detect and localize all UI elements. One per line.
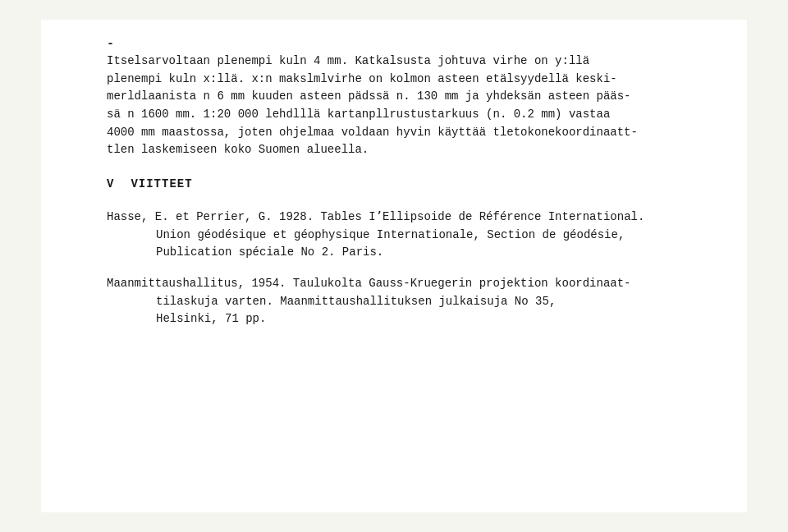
section-header: V VIITTEET xyxy=(107,176,681,194)
paragraph-line-5: 4000 mm maastossa, joten ohjelmaa voldaa… xyxy=(107,124,681,142)
paragraph-line-2: plenempi kuln x:llä. x:n makslmlvirhe on… xyxy=(107,71,681,89)
paragraph-line-1: Itselsarvoltaan plenempi kuln 4 mm. Katk… xyxy=(107,53,681,71)
reference-1: Hasse, E. et Perrier, G. 1928. Tables Iʼ… xyxy=(107,209,681,262)
ref2-line2: tilaskuja varten. Maanmittaushallituksen… xyxy=(156,293,681,311)
main-paragraph: Itselsarvoltaan plenempi kuln 4 mm. Katk… xyxy=(107,53,681,159)
ref2-line3: Helsinki, 71 pp. xyxy=(156,310,681,328)
ref1-line1: Hasse, E. et Perrier, G. 1928. Tables Iʼ… xyxy=(107,209,681,227)
paragraph-line-4: sä n 1600 mm. 1:20 000 lehdlllä kartanpl… xyxy=(107,106,681,124)
section-title: VIITTEET xyxy=(131,176,192,194)
paragraph-line-6: tlen laskemiseen koko Suomen alueella. xyxy=(107,141,681,159)
top-dash: - xyxy=(107,34,114,53)
section-roman-numeral: V xyxy=(107,176,114,194)
paragraph-line-3: merldlaanista n 6 mm kuuden asteen pädss… xyxy=(107,88,681,106)
ref2-line1: Maanmittaushallitus, 1954. Taulukolta Ga… xyxy=(107,275,681,293)
page-content: - Itselsarvoltaan plenempi kuln 4 mm. Ka… xyxy=(41,20,747,512)
ref1-line3: Publication spéciale No 2. Paris. xyxy=(156,244,681,262)
ref1-line2: Union géodésique et géophysique Internat… xyxy=(156,227,681,245)
reference-2: Maanmittaushallitus, 1954. Taulukolta Ga… xyxy=(107,275,681,328)
